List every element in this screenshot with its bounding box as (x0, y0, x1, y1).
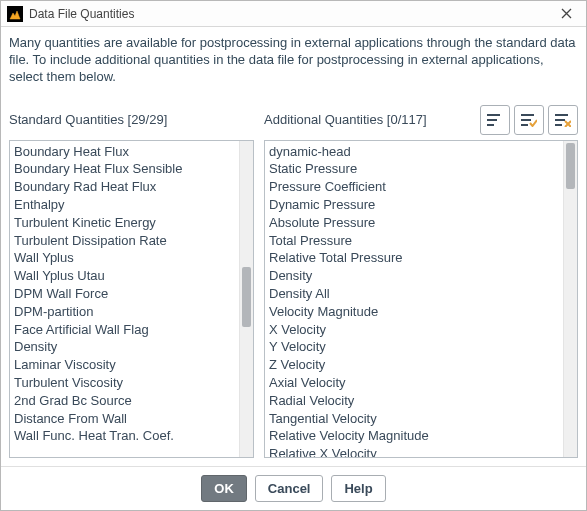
list-item[interactable]: Wall Yplus (14, 249, 235, 267)
additional-listbox[interactable]: dynamic-headStatic PressurePressure Coef… (264, 140, 578, 458)
list-item[interactable]: Boundary Heat Flux (14, 143, 235, 161)
scrollbar-thumb[interactable] (242, 267, 251, 327)
app-icon (7, 6, 23, 22)
list-item[interactable]: Absolute Pressure (269, 214, 559, 232)
deselect-all-button[interactable] (548, 105, 578, 135)
standard-listbox[interactable]: Boundary Heat FluxBoundary Heat Flux Sen… (9, 140, 254, 458)
list-item[interactable]: Distance From Wall (14, 410, 235, 428)
list-item[interactable]: Density (269, 267, 559, 285)
list-item[interactable]: Density (14, 338, 235, 356)
description-text: Many quantities are available for postpr… (9, 35, 578, 86)
list-item[interactable]: Wall Func. Heat Tran. Coef. (14, 427, 235, 445)
list-item[interactable]: 2nd Grad Bc Source (14, 392, 235, 410)
list-item[interactable]: Velocity Magnitude (269, 303, 559, 321)
list-item[interactable]: Axial Velocity (269, 374, 559, 392)
help-button[interactable]: Help (331, 475, 385, 502)
list-item[interactable]: Laminar Viscosity (14, 356, 235, 374)
standard-header: Standard Quantities [29/29] (9, 112, 167, 127)
list-item[interactable]: dynamic-head (269, 143, 559, 161)
list-item[interactable]: DPM-partition (14, 303, 235, 321)
list-item[interactable]: Radial Velocity (269, 392, 559, 410)
close-button[interactable] (552, 4, 580, 24)
list-item[interactable]: Turbulent Dissipation Rate (14, 232, 235, 250)
ok-button[interactable]: OK (201, 475, 247, 502)
list-item[interactable]: X Velocity (269, 321, 559, 339)
additional-header: Additional Quantities [0/117] (264, 112, 427, 127)
standard-column: Standard Quantities [29/29] Boundary Hea… (9, 104, 254, 458)
dialog-footer: OK Cancel Help (1, 466, 586, 510)
list-item[interactable]: Total Pressure (269, 232, 559, 250)
list-item[interactable]: Pressure Coefficient (269, 178, 559, 196)
list-item[interactable]: Turbulent Viscosity (14, 374, 235, 392)
list-item[interactable]: Relative X Velocity (269, 445, 559, 457)
list-item[interactable]: Dynamic Pressure (269, 196, 559, 214)
additional-column: Additional Quantities [0/117] (264, 104, 578, 458)
list-item[interactable]: Face Artificial Wall Flag (14, 321, 235, 339)
list-item[interactable]: Wall Yplus Utau (14, 267, 235, 285)
filter-button[interactable] (480, 105, 510, 135)
titlebar: Data File Quantities (1, 1, 586, 27)
list-item[interactable]: DPM Wall Force (14, 285, 235, 303)
list-item[interactable]: Z Velocity (269, 356, 559, 374)
list-item[interactable]: Enthalpy (14, 196, 235, 214)
select-all-button[interactable] (514, 105, 544, 135)
list-toolbar (480, 105, 578, 135)
list-item[interactable]: Density All (269, 285, 559, 303)
list-item[interactable]: Boundary Heat Flux Sensible (14, 160, 235, 178)
list-item[interactable]: Tangential Velocity (269, 410, 559, 428)
list-item[interactable]: Y Velocity (269, 338, 559, 356)
scrollbar[interactable] (563, 141, 577, 457)
list-item[interactable]: Relative Velocity Magnitude (269, 427, 559, 445)
list-item[interactable]: Boundary Rad Heat Flux (14, 178, 235, 196)
list-item[interactable]: Turbulent Kinetic Energy (14, 214, 235, 232)
scrollbar[interactable] (239, 141, 253, 457)
dialog-content: Many quantities are available for postpr… (1, 27, 586, 466)
window-title: Data File Quantities (29, 7, 134, 21)
list-item[interactable]: Static Pressure (269, 160, 559, 178)
list-item[interactable]: Relative Total Pressure (269, 249, 559, 267)
scrollbar-thumb[interactable] (566, 143, 575, 189)
cancel-button[interactable]: Cancel (255, 475, 324, 502)
columns: Standard Quantities [29/29] Boundary Hea… (9, 104, 578, 458)
